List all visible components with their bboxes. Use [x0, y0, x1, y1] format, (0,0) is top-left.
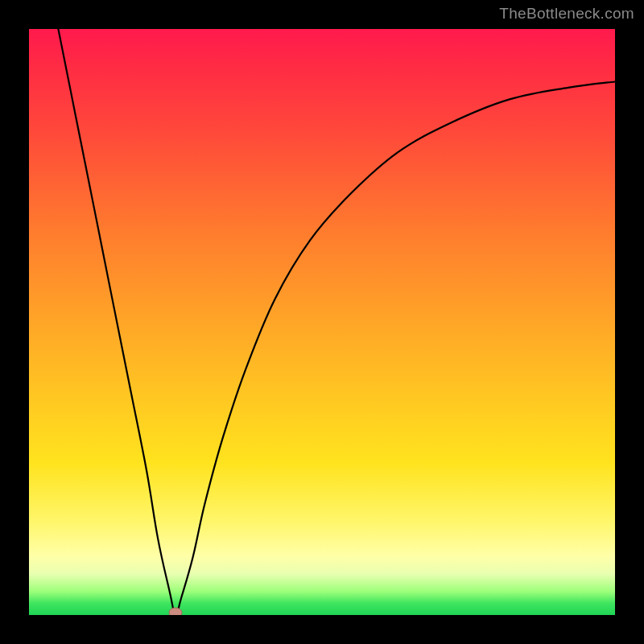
- curve-layer: [29, 29, 615, 615]
- minimum-marker: [169, 608, 182, 615]
- plot-area: [29, 29, 615, 615]
- watermark-text: TheBottleneck.com: [499, 5, 634, 23]
- bottleneck-curve: [58, 29, 615, 615]
- chart-frame: TheBottleneck.com: [0, 0, 644, 644]
